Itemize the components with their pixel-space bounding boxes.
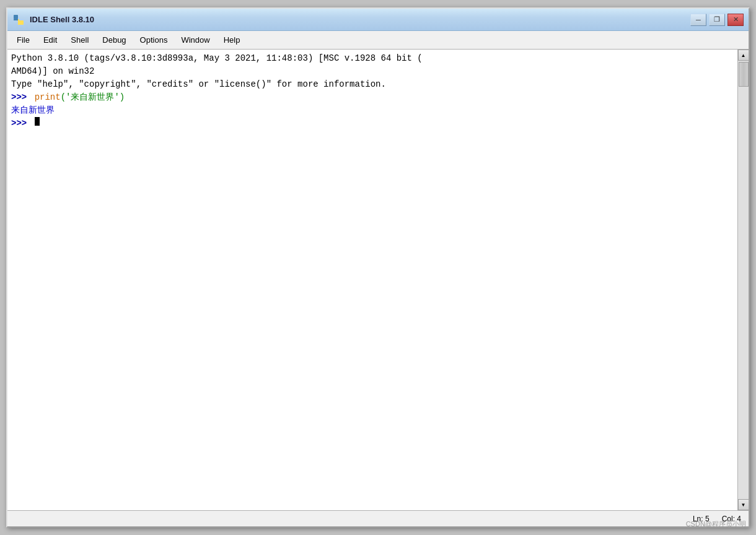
minimize-button[interactable]: ─ [690,14,706,26]
menu-shell[interactable]: Shell [64,32,95,48]
menu-debug[interactable]: Debug [95,32,133,48]
menu-window[interactable]: Window [174,32,216,48]
window-title: IDLE Shell 3.8.10 [30,15,690,24]
status-bar: Ln: 5 Col: 4 [7,510,749,526]
scrollbar-thumb[interactable] [739,62,749,87]
prompt-1: >>> [11,91,27,104]
svg-rect-3 [18,19,19,25]
shell-output-text: 来自新世界 [11,104,55,117]
title-bar: IDLE Shell 3.8.10 ─ ❐ ✕ [7,9,749,31]
menu-bar: File Edit Shell Debug Options Window Hel… [7,31,749,50]
command-line-1: >>> print('来自新世界') [11,91,734,104]
shell-output[interactable]: Python 3.8.10 (tags/v3.8.10:3d8993a, May… [7,50,737,510]
shell-container: Python 3.8.10 (tags/v3.8.10:3d8993a, May… [7,50,749,510]
python-info-line3: Type "help", "copyright", "credits" or "… [11,78,734,91]
python-info-line1: Python 3.8.10 (tags/v3.8.10:3d8993a, May… [11,52,734,65]
scrollbar: ▲ ▼ [737,50,749,510]
python-info-line2: AMD64)] on win32 [11,65,734,78]
svg-rect-1 [19,20,24,25]
svg-rect-0 [14,15,18,19]
menu-options[interactable]: Options [133,32,175,48]
scroll-up-button[interactable]: ▲ [738,50,749,61]
menu-help[interactable]: Help [217,32,247,48]
code-arg-string: ('来自新世界') [61,91,125,104]
menu-file[interactable]: File [10,32,37,48]
code-keyword-print: print [35,91,61,104]
idle-window: IDLE Shell 3.8.10 ─ ❐ ✕ File Edit Shell … [6,7,750,528]
output-line-1: 来自新世界 [11,104,734,117]
close-button[interactable]: ✕ [727,14,744,26]
scroll-down-button[interactable]: ▼ [738,499,749,510]
active-prompt-line[interactable]: >>> [11,117,734,130]
scrollbar-track[interactable] [738,61,749,499]
menu-edit[interactable]: Edit [37,32,64,48]
active-prompt: >>> [11,117,27,130]
watermark: CSDN@程序员小明 [686,520,746,529]
window-controls: ─ ❐ ✕ [690,14,744,26]
restore-button[interactable]: ❐ [709,14,725,26]
python-icon [12,14,25,26]
cursor [35,117,40,126]
